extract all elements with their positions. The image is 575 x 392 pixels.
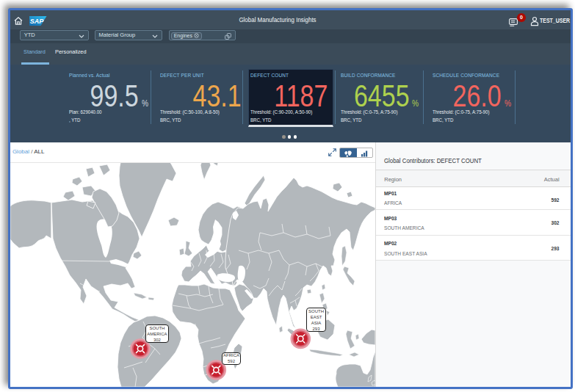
svg-text:SAP: SAP <box>30 18 45 25</box>
